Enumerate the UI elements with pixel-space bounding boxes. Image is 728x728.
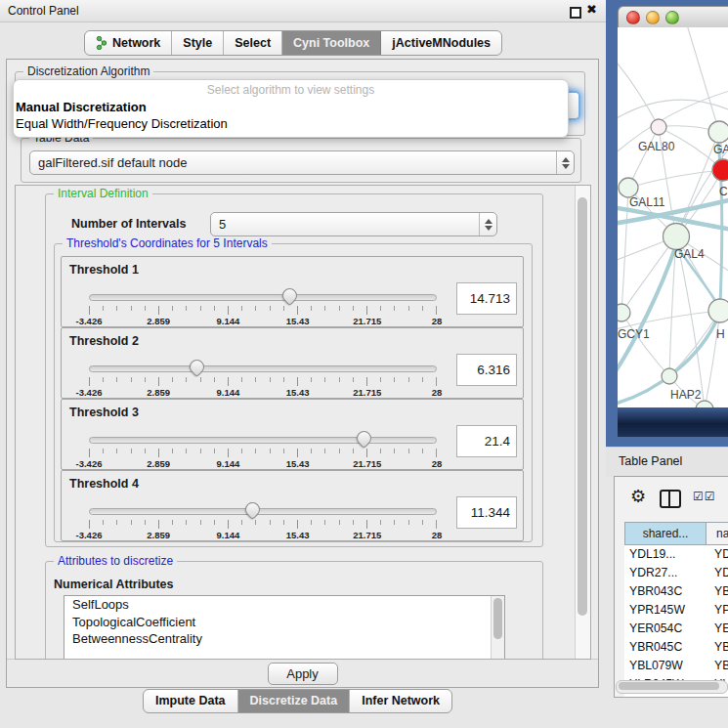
float-window-icon[interactable] (570, 7, 581, 19)
close-traffic-light-icon[interactable] (626, 11, 640, 24)
slider-ticks (89, 306, 437, 315)
list-scrollbar[interactable] (491, 596, 504, 660)
cell-name[interactable]: YDR2 (710, 564, 728, 582)
slider-thumb[interactable] (242, 499, 263, 520)
table-row[interactable]: YBR045CYBR0 (624, 638, 728, 657)
table-row[interactable]: YIL052CYIL0 (624, 694, 728, 698)
cell-name[interactable]: YPR1 (710, 601, 728, 620)
node-gcy1[interactable] (618, 304, 630, 321)
tab-impute-data[interactable]: Impute Data (144, 690, 238, 712)
table-row[interactable]: YER054CYER0 (624, 620, 728, 638)
close-icon[interactable]: ✖ (586, 2, 597, 17)
slider-thumb[interactable] (279, 285, 300, 306)
cyni-toolbox-panel: Discretization Algorithm Apply Table Dat… (6, 59, 599, 688)
tab-select[interactable]: Select (224, 31, 282, 55)
slider-track[interactable] (89, 294, 437, 301)
cell-shared-name[interactable]: YER054C (624, 620, 710, 638)
table-row[interactable]: YPR145WYPR1 (624, 601, 728, 620)
scrollbar-thumb[interactable] (619, 682, 719, 690)
threshold-4-value-field[interactable]: 11.344 (456, 496, 517, 529)
cell-shared-name[interactable]: YBR045C (624, 638, 710, 657)
apply-button[interactable]: Apply (268, 663, 338, 685)
table-row[interactable]: YDL19...YDL1 (624, 545, 728, 564)
cell-name[interactable]: YBR0 (710, 582, 728, 601)
scrollbar-thumb[interactable] (578, 197, 587, 616)
cell-name[interactable]: YBR0 (710, 638, 728, 657)
tab-network[interactable]: Network (85, 31, 172, 55)
tab-jactivemnodules[interactable]: jActiveMNodules (381, 31, 501, 55)
tick-label: 15.43 (286, 530, 310, 540)
cell-shared-name[interactable]: YBL079W (624, 657, 710, 675)
network-graph: GAL80 GA C GAL11 GAL4 GCY1 H HAP2 (618, 27, 728, 407)
attributes-to-discretize-group: Attributes to discretize Numerical Attri… (45, 561, 543, 660)
split-columns-icon[interactable] (660, 490, 681, 508)
combo-stepper-icon (556, 151, 574, 174)
network-window-titlebar[interactable] (618, 6, 728, 29)
cell-name[interactable]: YER0 (710, 620, 728, 638)
slider-thumb[interactable] (187, 357, 207, 377)
threshold-3-slider: -3.426 2.859 9.144 15.43 21.715 28 (89, 437, 437, 470)
attributes-legend: Attributes to discretize (54, 554, 177, 568)
tick-label: 21.715 (353, 530, 381, 540)
tab-cyni-toolbox[interactable]: Cyni Toolbox (282, 31, 381, 55)
cell-shared-name[interactable]: YBR043C (624, 582, 710, 601)
algorithm-option-equal-width[interactable]: Equal Width/Frequency Discretization (16, 116, 228, 131)
cell-shared-name[interactable]: YPR145W (624, 601, 710, 620)
node-red-selected[interactable] (712, 159, 728, 181)
table-row[interactable]: YDR27...YDR2 (624, 564, 728, 582)
apply-strip: Apply (7, 659, 598, 687)
threshold-1-value-field[interactable]: 14.713 (456, 282, 517, 315)
node-hap2[interactable] (662, 368, 677, 384)
application-window: Control Panel ✖ Network Style Select Cyn… (0, 0, 728, 728)
tab-discretize-data[interactable]: Discretize Data (238, 690, 351, 712)
network-nodes[interactable] (618, 119, 728, 407)
tick-label: 28 (432, 387, 443, 398)
tick-label: 2.859 (147, 458, 170, 469)
node-right-mid[interactable] (708, 299, 728, 322)
table-data-value: galFiltered.sif default node (30, 155, 556, 170)
number-of-intervals-value: 5 (211, 217, 479, 232)
node-top-right[interactable] (708, 121, 728, 143)
horizontal-scrollbar[interactable] (616, 680, 728, 694)
number-of-intervals-combobox[interactable]: 5 (210, 212, 497, 236)
list-item[interactable]: BetweennessCentrality (64, 630, 504, 648)
table-header-row: shared... na (624, 522, 728, 545)
slider-track[interactable] (89, 508, 437, 515)
minimize-traffic-light-icon[interactable] (646, 11, 660, 24)
table-data-combobox[interactable]: galFiltered.sif default node (29, 150, 575, 175)
node-gal11[interactable] (619, 178, 638, 197)
tab-jactivemnodules-label: jActiveMNodules (392, 36, 491, 50)
cell-name[interactable]: YDL1 (710, 545, 728, 564)
slider-thumb[interactable] (354, 428, 374, 449)
vertical-scrollbar[interactable] (575, 186, 590, 659)
cell-shared-name[interactable]: YDL19... (624, 545, 710, 564)
checkbox-icons[interactable]: ☑☑ (693, 490, 716, 503)
list-item[interactable]: SelfLoops (64, 596, 504, 614)
slider-track[interactable] (89, 437, 437, 444)
tab-style-label: Style (183, 36, 212, 50)
tab-style[interactable]: Style (172, 31, 224, 55)
threshold-1-label: Threshold 1 (69, 263, 139, 277)
node-gal80[interactable] (651, 119, 666, 135)
list-item[interactable]: TopologicalCoefficient (64, 614, 504, 631)
node-gal4[interactable] (664, 224, 690, 250)
label-gal4: GAL4 (674, 247, 705, 261)
zoom-traffic-light-icon[interactable] (665, 11, 679, 24)
network-canvas[interactable]: GAL80 GA C GAL11 GAL4 GCY1 H HAP2 (618, 27, 728, 407)
table-row[interactable]: YBL079WYBL0 (624, 657, 728, 675)
algorithm-option-manual[interactable]: Manual Discretization (16, 100, 147, 114)
column-header-name[interactable]: na (707, 523, 728, 544)
cell-shared-name[interactable]: YDR27... (624, 564, 710, 582)
threshold-3-value-field[interactable]: 21.4 (456, 425, 517, 457)
numerical-attributes-list[interactable]: SelfLoops TopologicalCoefficient Between… (64, 595, 505, 660)
table-row[interactable]: YBR043CYBR0 (624, 582, 728, 601)
tab-infer-network[interactable]: Infer Network (350, 690, 451, 712)
cell-name[interactable]: YIL0 (710, 694, 728, 698)
threshold-2-value-field[interactable]: 6.316 (456, 354, 517, 386)
cell-name[interactable]: YBL0 (710, 657, 728, 675)
gear-icon[interactable]: ⚙ (630, 486, 646, 507)
node-bottom-partial[interactable] (696, 401, 713, 407)
cell-shared-name[interactable]: YIL052C (624, 694, 710, 698)
column-header-shared-name[interactable]: shared... (625, 523, 707, 544)
slider-track[interactable] (89, 365, 437, 372)
